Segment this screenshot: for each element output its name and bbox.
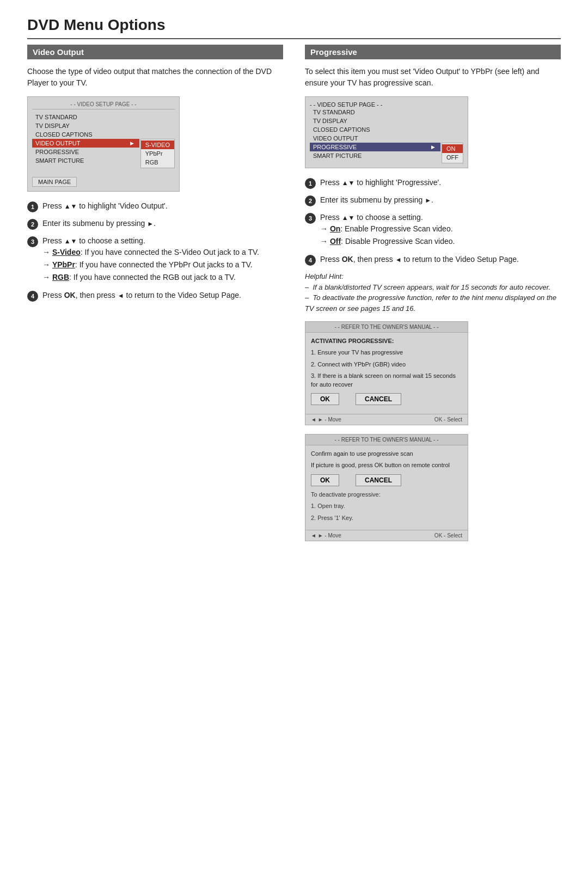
step-4-right: 4 Press OK, then press ◄ to return to th… [305, 254, 561, 266]
step-1-left: 1 Press ▲▼ to highlight 'Video Output'. [27, 200, 283, 212]
submenu-ypbpr: YPbPr [141, 149, 174, 158]
activating-progressive-title: ACTIVATING PROGRESSIVE: [311, 337, 462, 345]
submenu-svideo: S-VIDEO [141, 140, 174, 149]
main-content: Video Output Choose the type of video ou… [27, 45, 561, 550]
step-2-right: 2 Enter its submenu by pressing ►. [305, 194, 561, 206]
progressive-header: Progressive [305, 45, 561, 59]
owners-box-1-content: ACTIVATING PROGRESSIVE: 1. Ensure your T… [305, 333, 468, 414]
prog-menu-tv-display: TV DISPLAY [310, 117, 463, 125]
owners-box-2-content: Confirm again to use progressive scan If… [305, 445, 468, 530]
footer-select-2: OK - Select [434, 533, 462, 539]
deactivate-line-1: 1. Open tray. [311, 502, 462, 510]
hint-title: Helpful Hint: [305, 272, 344, 280]
confirm-line-1: Confirm again to use progressive scan [311, 450, 462, 458]
footer-move-2: ◄ ► - Move [311, 533, 341, 539]
prog-submenu-on: ON [442, 144, 463, 153]
deactivate-title: To deactivate progressive: [311, 491, 462, 499]
step-3-left: 3 Press ▲▼ to choose a setting. → S-Vide… [27, 235, 283, 284]
video-output-header: Video Output [27, 45, 283, 59]
progressive-section: Progressive To select this item you must… [305, 45, 561, 550]
prog-menu-progressive: PROGRESSIVE ▶ [310, 143, 440, 151]
prog-menu-closed-captions: CLOSED CAPTIONS [310, 125, 463, 134]
activating-line-1: 1. Ensure your TV has progressive [311, 348, 462, 357]
main-page-button: MAIN PAGE [32, 177, 77, 187]
cancel-button-1[interactable]: CANCEL [356, 393, 401, 405]
video-output-description: Choose the type of video output that mat… [27, 66, 283, 89]
menu-item-tv-display: TV DISPLAY [32, 121, 175, 130]
progressive-menu-diagram: - - VIDEO SETUP PAGE - - TV STANDARD TV … [305, 96, 468, 168]
prog-menu-smart-picture: SMART PICTURE [310, 151, 440, 160]
menu-submenu-row: VIDEO OUTPUT ▶ PROGRESSIVE SMART PICTURE… [32, 139, 175, 168]
owners-footer-1: ◄ ► - Move OK - Select [305, 414, 468, 425]
owners-box-1-title: - - REFER TO THE OWNER'S MANUAL - - [305, 322, 468, 333]
page-title: DVD Menu Options [27, 16, 561, 39]
owners-box-1: - - REFER TO THE OWNER'S MANUAL - - ACTI… [305, 321, 468, 425]
prog-menu-video-output: VIDEO OUTPUT [310, 134, 463, 143]
prog-menu-tv-standard: TV STANDARD [310, 108, 463, 117]
step-3-right: 3 Press ▲▼ to choose a setting. → On: En… [305, 212, 561, 248]
video-output-section: Video Output Choose the type of video ou… [27, 45, 283, 550]
activating-line-2: 2. Connect with YPbPr (GBR) video [311, 360, 462, 369]
step-4-left: 4 Press OK, then press ◄ to return to th… [27, 290, 283, 302]
menu-title-right: - - VIDEO SETUP PAGE - - [310, 101, 463, 108]
menu-item-tv-standard: TV STANDARD [32, 113, 175, 121]
video-output-submenu: S-VIDEO YPbPr RGB [140, 139, 175, 168]
prog-submenu-row: PROGRESSIVE ▶ SMART PICTURE ON OFF [310, 143, 463, 163]
owners-buttons-1: OK CANCEL [311, 393, 462, 405]
owners-box-2-title: - - REFER TO THE OWNER'S MANUAL - - [305, 435, 468, 445]
menu-item-progressive-left: PROGRESSIVE [32, 148, 139, 156]
progressive-description: To select this item you must set 'Video … [305, 66, 561, 89]
activating-line-3: 3. If there is a blank screen on normal … [311, 372, 462, 389]
footer-select-1: OK - Select [434, 417, 462, 423]
ok-button-2[interactable]: OK [311, 474, 339, 486]
owners-buttons-2: OK CANCEL [311, 474, 462, 486]
confirm-line-2: If picture is good, press OK button on r… [311, 461, 462, 469]
menu-item-smart-picture-left: SMART PICTURE [32, 156, 139, 165]
deactivate-line-2: 2. Press '1' Key. [311, 514, 462, 522]
step-1-right: 1 Press ▲▼ to highlight 'Progressive'. [305, 177, 561, 189]
menu-item-video-output: VIDEO OUTPUT ▶ [32, 139, 139, 148]
menu-title-left: - - VIDEO SETUP PAGE - - [32, 101, 175, 109]
step-2-left: 2 Enter its submenu by pressing ►. [27, 218, 283, 230]
cancel-button-2[interactable]: CANCEL [356, 474, 401, 486]
owners-box-2: - - REFER TO THE OWNER'S MANUAL - - Conf… [305, 434, 468, 541]
ok-button-1[interactable]: OK [311, 393, 339, 405]
submenu-rgb: RGB [141, 158, 174, 167]
progressive-submenu: ON OFF [442, 143, 463, 163]
footer-move-1: ◄ ► - Move [311, 417, 341, 423]
video-output-menu-diagram: - - VIDEO SETUP PAGE - - TV STANDARD TV … [27, 96, 180, 192]
menu-item-closed-captions: CLOSED CAPTIONS [32, 130, 175, 139]
prog-submenu-off: OFF [442, 153, 463, 162]
hint-line-2: – To deactivate the progressive function… [305, 293, 556, 313]
owners-footer-2: ◄ ► - Move OK - Select [305, 530, 468, 541]
hint-line-1: – If a blank/distorted TV screen appears… [305, 283, 550, 291]
deactivate-section: To deactivate progressive: 1. Open tray.… [311, 491, 462, 522]
helpful-hint: Helpful Hint: – If a blank/distorted TV … [305, 271, 561, 314]
